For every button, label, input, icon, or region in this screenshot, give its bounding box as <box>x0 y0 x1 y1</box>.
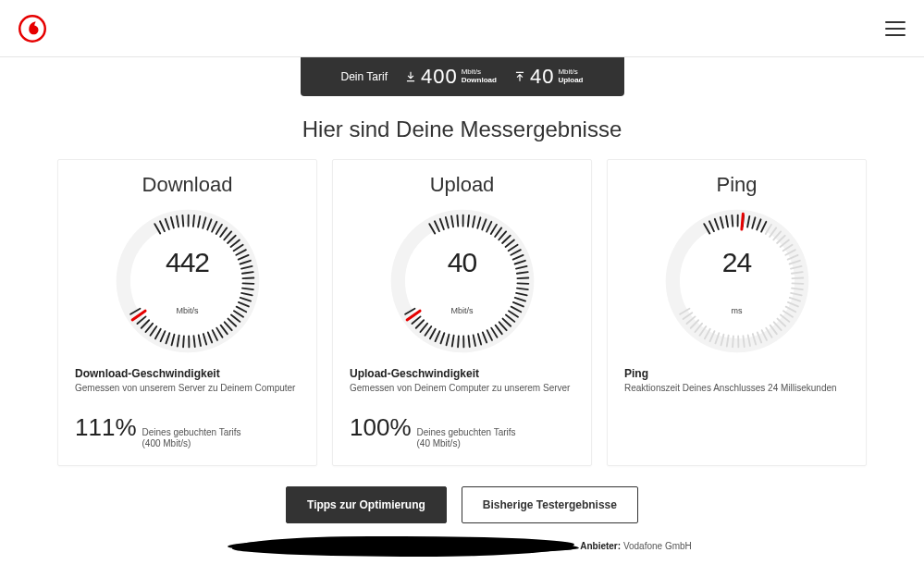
tarif-upload-value: 40 <box>530 65 554 89</box>
metric-title: Upload-Geschwindigkeit <box>350 367 574 380</box>
action-buttons: Tipps zur Optimierung Bisherige Testerge… <box>0 486 924 523</box>
tarif-upload-unit: Mbit/sUpload <box>558 68 583 85</box>
download-gauge: 442 Mbit/s <box>109 203 266 360</box>
percent-row: 111% Deines gebuchten Tarifs(400 Mbit/s) <box>75 413 300 450</box>
page-title: Hier sind Deine Messergebnisse <box>0 117 924 142</box>
card-title: Download <box>75 173 300 197</box>
history-button[interactable]: Bisherige Testergebnisse <box>462 486 638 523</box>
results-cards: Download 442 Mbit/s Download-Geschwindig… <box>0 159 924 466</box>
vodafone-logo[interactable] <box>18 15 46 43</box>
gauge-value: 24 <box>722 247 751 278</box>
tarif-download-value: 400 <box>421 65 458 89</box>
upload-card: Upload 40 Mbit/s Upload-Geschwindigkeit … <box>332 159 592 466</box>
gauge-value: 40 <box>448 247 476 278</box>
upload-gauge: 40 Mbit/s <box>384 203 541 360</box>
metric-desc: Gemessen von unserem Server zu Deinem Co… <box>75 382 300 395</box>
metric-desc: Gemessen von Deinem Computer zu unserem … <box>350 382 574 395</box>
percent-value: 111% <box>75 413 137 442</box>
tarif-label: Dein Tarif <box>341 70 388 83</box>
percent-row: 100% Deines gebuchten Tarifs(40 Mbit/s) <box>350 413 574 450</box>
gauge-value: 442 <box>166 247 209 278</box>
download-card: Download 442 Mbit/s Download-Geschwindig… <box>57 159 317 466</box>
percent-value: 100% <box>350 413 412 442</box>
redacted-region <box>232 536 574 557</box>
gauge-unit: Mbit/s <box>176 306 198 315</box>
download-icon <box>404 70 417 83</box>
ping-card: Ping 24 ms Ping Reaktionszeit Deines Ans… <box>607 159 867 466</box>
tarif-download-unit: Mbit/sDownload <box>462 68 497 85</box>
header <box>0 0 924 57</box>
upload-icon <box>513 70 526 83</box>
gauge-unit: ms <box>732 306 743 315</box>
provider-info: Anbieter: Vodafone GmbH <box>580 541 692 551</box>
metric-title: Ping <box>624 367 849 380</box>
gauge-unit: Mbit/s <box>450 306 473 315</box>
percent-desc: Deines gebuchten Tarifs(40 Mbit/s) <box>417 427 516 450</box>
metric-title: Download-Geschwindigkeit <box>75 367 300 380</box>
tarif-upload: 40 Mbit/sUpload <box>513 65 584 89</box>
tarif-bar: Dein Tarif 400 Mbit/sDownload 40 Mbit/sU… <box>301 57 624 96</box>
card-title: Upload <box>350 173 574 197</box>
ping-gauge: 24 ms <box>659 203 816 360</box>
percent-desc: Deines gebuchten Tarifs(400 Mbit/s) <box>142 427 241 450</box>
metric-desc: Reaktionszeit Deines Anschlusses 24 Mill… <box>624 382 849 395</box>
menu-icon[interactable] <box>885 21 906 36</box>
footer: Anbieter: Vodafone GmbH <box>0 536 924 557</box>
optimize-button[interactable]: Tipps zur Optimierung <box>286 486 447 523</box>
card-title: Ping <box>624 173 849 197</box>
tarif-download: 400 Mbit/sDownload <box>404 65 497 89</box>
